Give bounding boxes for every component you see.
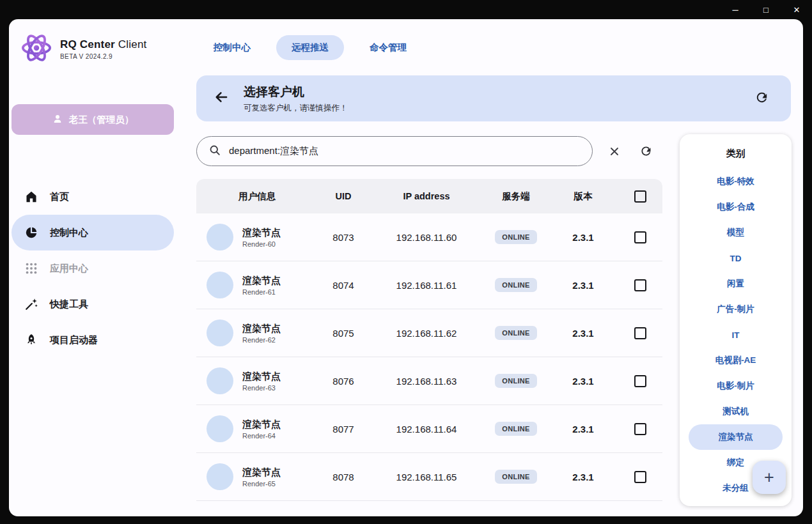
category-item[interactable]: 模型 — [689, 220, 783, 245]
uid-value: 8073 — [318, 232, 369, 243]
status-cell: ONLINE — [484, 374, 548, 388]
user-text-block: 渲染节点 Render-60 — [242, 227, 281, 248]
category-list: 电影-特效 电影-合成 模型 TD 闲置 广告-制片 IT 电视剧-AE 电影-… — [680, 169, 792, 501]
row-checkbox[interactable] — [634, 327, 646, 339]
category-item[interactable]: 测试机 — [689, 399, 783, 424]
avatar — [207, 224, 233, 250]
back-button[interactable] — [213, 89, 230, 108]
col-server-header: 服务端 — [484, 190, 548, 203]
ip-value: 192.168.11.63 — [369, 376, 484, 387]
client-name: 渲染节点 — [242, 227, 281, 239]
uid-value: 8076 — [318, 376, 369, 387]
status-badge: ONLINE — [495, 470, 536, 484]
version-value: 2.3.1 — [548, 376, 618, 387]
table-row: 渲染节点 Render-62 8075 192.168.11.62 ONLINE… — [196, 309, 662, 357]
category-item[interactable]: 广告-制片 — [689, 297, 783, 322]
app-title: RQ Center Client — [60, 38, 146, 51]
category-item[interactable]: TD — [689, 245, 783, 271]
version-value: 2.3.1 — [548, 472, 618, 482]
checkbox-cell — [618, 279, 662, 291]
ip-value: 192.168.11.65 — [369, 472, 484, 482]
refresh-icon[interactable] — [754, 90, 769, 107]
category-item[interactable]: IT — [689, 322, 783, 348]
avatar — [207, 320, 233, 346]
add-button[interactable]: + — [753, 461, 786, 494]
minimize-icon[interactable]: ─ — [720, 0, 751, 19]
user-text-block: 渲染节点 Render-65 — [242, 466, 281, 488]
maximize-icon[interactable]: □ — [751, 0, 781, 19]
search-refresh-icon[interactable] — [633, 139, 659, 164]
user-cell: 渲染节点 Render-60 — [196, 224, 318, 250]
status-cell: ONLINE — [484, 422, 548, 436]
category-item[interactable]: 渲染节点 — [689, 424, 783, 450]
tab-control-center[interactable]: 控制中心 — [198, 35, 266, 60]
search-input[interactable] — [229, 146, 581, 157]
category-item[interactable]: 闲置 — [689, 271, 783, 297]
sidebar-item-quick-tools[interactable]: 快捷工具 — [12, 286, 174, 322]
category-item[interactable]: 电影-合成 — [689, 194, 783, 220]
ip-value: 192.168.11.60 — [369, 232, 484, 243]
category-panel: 类别 电影-特效 电影-合成 模型 TD 闲置 广告-制片 IT 电视剧-AE … — [680, 134, 792, 506]
ip-value: 192.168.11.61 — [369, 280, 484, 291]
person-icon — [52, 113, 63, 127]
client-device: Render-60 — [242, 240, 281, 248]
sidebar-item-app-center[interactable]: 应用中心 — [12, 250, 174, 286]
checkbox-cell — [618, 327, 662, 339]
apps-grid-icon — [24, 261, 38, 275]
checkbox-cell — [618, 423, 662, 435]
page-title: 选择客户机 — [244, 84, 348, 100]
user-text-block: 渲染节点 Render-61 — [242, 275, 281, 296]
table-row: 渲染节点 Render-65 8078 192.168.11.65 ONLINE… — [196, 453, 662, 501]
avatar — [207, 415, 233, 442]
category-panel-title: 类别 — [680, 134, 792, 160]
category-item[interactable]: 电影-制片 — [689, 373, 783, 399]
user-badge[interactable]: 老王（管理员） — [12, 104, 174, 135]
client-name: 渲染节点 — [242, 419, 281, 431]
tab-remote-push[interactable]: 远程推送 — [276, 35, 344, 60]
table-body: 渲染节点 Render-60 8073 192.168.11.60 ONLINE… — [196, 213, 662, 501]
row-checkbox[interactable] — [634, 471, 646, 483]
sidebar-item-control-center[interactable]: 控制中心 — [12, 215, 174, 250]
app-title-block: RQ Center Client BETA V 2024.2.9 — [60, 38, 146, 60]
status-cell: ONLINE — [484, 230, 548, 244]
search-box[interactable] — [196, 136, 593, 166]
status-badge: ONLINE — [495, 422, 536, 436]
clear-search-icon[interactable] — [602, 139, 627, 164]
category-item[interactable]: 电视剧-AE — [689, 348, 783, 373]
status-cell: ONLINE — [484, 278, 548, 292]
app-title-bold: RQ Center — [60, 38, 115, 50]
avatar — [207, 463, 233, 490]
sidebar-item-home[interactable]: 首页 — [12, 179, 174, 215]
uid-value: 8078 — [318, 472, 369, 482]
status-cell: ONLINE — [484, 470, 548, 484]
app-title-light: Client — [118, 38, 147, 50]
avatar — [207, 272, 233, 298]
sidebar-item-project-launcher[interactable]: 项目启动器 — [12, 322, 174, 358]
pie-chart-icon — [24, 226, 38, 240]
rocket-icon — [24, 333, 38, 347]
col-uid-header: UID — [318, 191, 369, 201]
col-user-header: 用户信息 — [196, 190, 318, 203]
page-title-block: 选择客户机 可复选客户机，请谨慎操作！ — [244, 84, 348, 114]
user-cell: 渲染节点 Render-65 — [196, 463, 318, 490]
sidebar-item-label: 首页 — [50, 191, 69, 203]
row-checkbox[interactable] — [634, 375, 646, 387]
row-checkbox[interactable] — [634, 423, 646, 435]
category-item[interactable]: 电影-特效 — [689, 169, 783, 194]
app-version: BETA V 2024.2.9 — [60, 53, 146, 60]
sidebar-item-label: 控制中心 — [50, 227, 88, 239]
uid-value: 8077 — [318, 424, 369, 435]
row-checkbox[interactable] — [634, 279, 646, 291]
close-icon[interactable]: ✕ — [781, 0, 812, 19]
status-badge: ONLINE — [495, 230, 536, 244]
client-table: 用户信息 UID IP address 服务端 版本 渲染节点 Render-6… — [196, 179, 662, 507]
row-checkbox[interactable] — [634, 231, 646, 243]
user-text-block: 渲染节点 Render-63 — [242, 371, 281, 392]
select-all-checkbox[interactable] — [634, 190, 646, 203]
client-device: Render-62 — [242, 336, 281, 344]
client-device: Render-64 — [242, 432, 281, 440]
col-ip-header: IP address — [369, 191, 484, 201]
user-cell: 渲染节点 Render-63 — [196, 367, 318, 394]
tab-command-manage[interactable]: 命令管理 — [354, 35, 422, 60]
uid-value: 8074 — [318, 280, 369, 291]
